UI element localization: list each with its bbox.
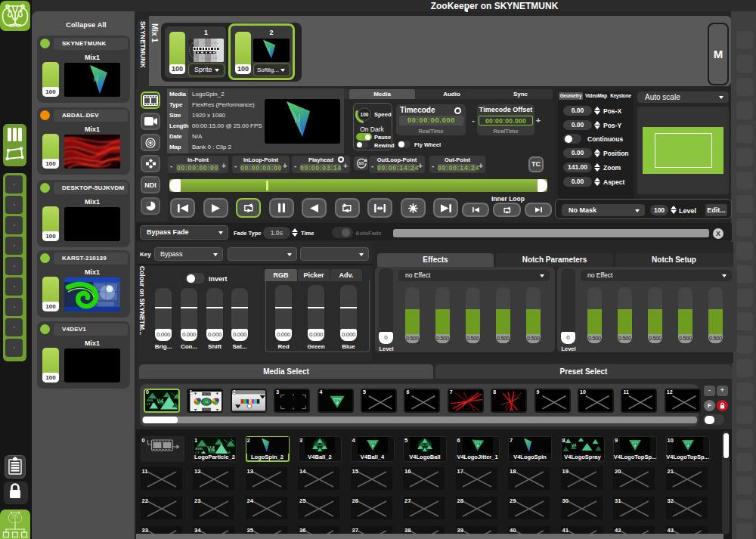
svg-text:A V T C O N: A V T C O N [202,57,217,60]
svg-text:AV4L: AV4L [195,447,203,451]
svg-text:V4: V4 [370,441,374,446]
svg-text:LT 0: LT 0 [147,402,154,406]
svg-text:V4: V4 [156,398,164,404]
svg-text:V4: V4 [334,398,340,403]
svg-text:100: 100 [361,112,369,117]
svg-text:F L 1 T E S: F L 1 T E S [203,42,218,45]
svg-text:V4: V4 [475,441,480,445]
svg-text:V4: V4 [207,445,215,453]
svg-text:V4: V4 [633,441,637,446]
svg-text:V4: V4 [205,401,208,404]
svg-text:MS: MS [358,162,364,166]
svg-text:V4: V4 [685,441,689,446]
